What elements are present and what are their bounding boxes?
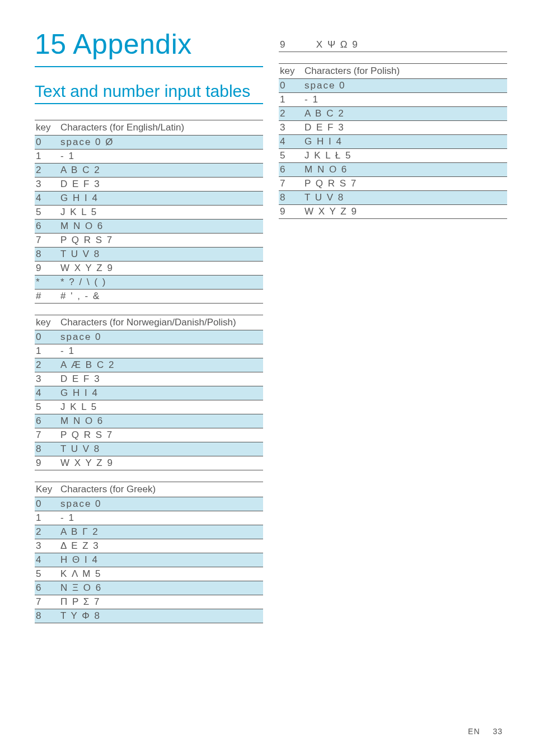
- table-row: 3D E F 3: [279, 121, 507, 135]
- cell-chars: P Q R S 7: [59, 234, 263, 248]
- footer-page: 33: [493, 727, 503, 736]
- table-row: 1- 1: [35, 511, 263, 525]
- cell-key: 5: [35, 567, 59, 581]
- table-row: 6M N O 6: [35, 414, 263, 428]
- table-row: 6N Ξ O 6: [35, 581, 263, 595]
- cell-chars: - 1: [303, 93, 507, 107]
- cell-chars: W X Y Z 9: [59, 262, 263, 276]
- cell-key: 0: [35, 136, 59, 150]
- cell-chars: M N O 6: [303, 163, 507, 177]
- table-row: 6M N O 6: [35, 220, 263, 234]
- cell-key: 4: [35, 386, 59, 400]
- cell-key: 4: [35, 553, 59, 567]
- cell-key: 9: [35, 456, 59, 470]
- cell-key: 8: [35, 442, 59, 456]
- cell-key: 2: [279, 107, 303, 121]
- table-row: 2A B Γ 2: [35, 525, 263, 539]
- th-key: key: [35, 120, 59, 136]
- cell-chars: P Q R S 7: [59, 428, 263, 442]
- cell-chars: G H I 4: [303, 135, 507, 149]
- table-row: 6M N O 6: [279, 163, 507, 177]
- cell-key: 8: [35, 609, 59, 623]
- table-row: 4G H I 4: [35, 192, 263, 206]
- table-row: 1- 1: [35, 344, 263, 358]
- cell-chars: K Λ M 5: [59, 567, 263, 581]
- cell-chars: M N O 6: [59, 220, 263, 234]
- table-row: 8T U V 8: [279, 191, 507, 205]
- table-row: 5K Λ M 5: [35, 567, 263, 581]
- cell-key: 9: [279, 205, 303, 219]
- cell-key: 3: [279, 121, 303, 135]
- cell-key: 7: [35, 234, 59, 248]
- cell-chars: G H I 4: [59, 386, 263, 400]
- th-key: key: [279, 64, 303, 79]
- cell-chars: * ? / \ ( ): [59, 276, 263, 290]
- table-row: 9W X Y Z 9: [279, 205, 507, 219]
- table-row: 7P Q R S 7: [279, 177, 507, 191]
- cell-chars: P Q R S 7: [303, 177, 507, 191]
- table-english: key Characters (for English/Latin) 0spac…: [35, 120, 263, 304]
- table-row: 9W X Y Z 9: [35, 262, 263, 276]
- page: 15 Appendix Text and number input tables…: [0, 0, 534, 756]
- cell-chars: T U V 8: [303, 191, 507, 205]
- cell-key: 5: [279, 149, 303, 163]
- cell-chars: D E F 3: [59, 372, 263, 386]
- table-row: 9X Ψ Ω 9: [279, 38, 507, 52]
- cell-key: #: [35, 290, 59, 304]
- table-row: 8T U V 8: [35, 442, 263, 456]
- right-column: 9X Ψ Ω 9 key Characters (for Polish) 0sp…: [279, 28, 507, 734]
- chapter-title: 15 Appendix: [35, 28, 263, 67]
- cell-key: 6: [279, 163, 303, 177]
- cell-chars: A Æ B C 2: [59, 358, 263, 372]
- th-chars: Characters (for English/Latin): [59, 120, 263, 136]
- cell-key: 2: [35, 164, 59, 178]
- cell-key: 4: [35, 192, 59, 206]
- table-row: 7P Q R S 7: [35, 234, 263, 248]
- table-row: 4G H I 4: [35, 386, 263, 400]
- cell-key: 0: [35, 330, 59, 344]
- table-row: 4H Θ I 4: [35, 553, 263, 567]
- table-row: 5J K L 5: [35, 206, 263, 220]
- cell-chars: space 0: [59, 330, 263, 344]
- cell-chars: A B C 2: [303, 107, 507, 121]
- cell-chars: D E F 3: [303, 121, 507, 135]
- cell-key: 7: [35, 428, 59, 442]
- cell-key: 1: [35, 511, 59, 525]
- cell-key: 9: [35, 262, 59, 276]
- cell-key: 3: [35, 372, 59, 386]
- cell-key: 9: [279, 38, 315, 52]
- cell-key: 3: [35, 178, 59, 192]
- th-chars: Characters (for Polish): [303, 64, 507, 79]
- table-row: 1- 1: [35, 150, 263, 164]
- table-row: 3Δ E Z 3: [35, 539, 263, 553]
- table-row: 5J K L Ł 5: [279, 149, 507, 163]
- cell-chars: N Ξ O 6: [59, 581, 263, 595]
- cell-chars: D E F 3: [59, 178, 263, 192]
- cell-key: 8: [35, 248, 59, 262]
- th-key: Key: [35, 482, 59, 497]
- chapter-name: Appendix: [73, 29, 192, 60]
- cell-key: 2: [35, 525, 59, 539]
- table-row: 7P Q R S 7: [35, 428, 263, 442]
- cell-chars: X Ψ Ω 9: [315, 38, 507, 52]
- cell-key: 2: [35, 358, 59, 372]
- cell-chars: A B C 2: [59, 164, 263, 178]
- cell-chars: W X Y Z 9: [303, 205, 507, 219]
- cell-key: 4: [279, 135, 303, 149]
- table-row: 1- 1: [279, 93, 507, 107]
- cell-key: 6: [35, 220, 59, 234]
- section-title: Text and number input tables: [35, 82, 263, 104]
- left-column: 15 Appendix Text and number input tables…: [35, 28, 263, 734]
- cell-key: 1: [279, 93, 303, 107]
- table-row: ** ? / \ ( ): [35, 276, 263, 290]
- cell-chars: # ' , - &: [59, 290, 263, 304]
- cell-chars: - 1: [59, 511, 263, 525]
- cell-chars: A B Γ 2: [59, 525, 263, 539]
- cell-chars: J K L Ł 5: [303, 149, 507, 163]
- cell-key: 6: [35, 414, 59, 428]
- cell-key: *: [35, 276, 59, 290]
- th-chars: Characters (for Greek): [59, 482, 263, 497]
- table-row: 2A B C 2: [279, 107, 507, 121]
- table-row: 0space 0: [35, 330, 263, 344]
- table-row: 5J K L 5: [35, 400, 263, 414]
